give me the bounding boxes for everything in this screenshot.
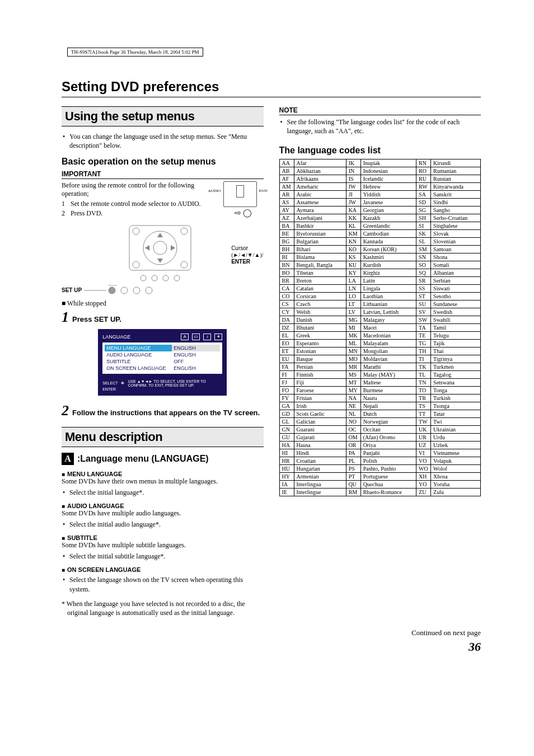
note-text: See the following "The language codes li…	[279, 118, 481, 135]
osd-row: ON SCREEN LANGUAGEENGLISH	[105, 365, 220, 372]
table-row: DZBhutaniMIMaoriTATamil	[279, 324, 481, 332]
svg-marker-3	[157, 233, 163, 237]
pre-step: 2Press DVD.	[62, 209, 223, 218]
osd-row: AUDIO LANGUAGEENGLISH	[105, 351, 220, 358]
book-header: TH-S9S7[A].book Page 36 Thursday, March …	[67, 48, 203, 57]
table-row: ELGreekMKMacedonianTETelugu	[279, 332, 481, 340]
setup-label: SET UP	[62, 287, 82, 293]
svg-point-10	[181, 261, 188, 268]
svg-point-14	[174, 275, 180, 281]
svg-point-18	[133, 287, 140, 294]
svg-point-2	[153, 241, 167, 255]
svg-marker-5	[145, 245, 149, 251]
table-row: AYAymaraKAGeorgianSGSangho	[279, 206, 481, 214]
lang-block: ■MENU LANGUAGESome DVDs have their own m…	[62, 471, 264, 497]
svg-point-9	[133, 261, 139, 268]
table-row: HUHungarianPSPashto, PushtoWOWolof	[279, 465, 481, 473]
remote-dpad-diagram	[124, 224, 196, 286]
svg-point-19	[146, 287, 152, 294]
lang-block: ■ON SCREEN LANGUAGESelect the language s…	[62, 566, 264, 593]
table-row: BOTibetanKYKirghizSQAlbanian	[279, 269, 481, 277]
osd-row: SUBTITLEOFF	[105, 358, 220, 365]
audio-label: AUDIO	[208, 189, 221, 193]
svg-point-12	[152, 275, 157, 281]
table-row: FAPersianMRMarathiTKTurkmen	[279, 363, 481, 371]
pre-step: 1Set the remote control mode selector to…	[62, 199, 223, 208]
using-note: You can change the language used in the …	[62, 132, 264, 150]
before-text: Before using the remote control for the …	[62, 181, 223, 198]
dvd-label: DVD	[259, 189, 267, 193]
continued-text: Continued on next page	[62, 628, 481, 637]
osd-title: LANGUAGE	[102, 334, 130, 340]
table-row: BABashkirKLGreenlandicSISinghalese	[279, 222, 481, 230]
table-row: GNGuaraniOCOccitanUKUkrainian	[279, 426, 481, 434]
table-row: BIBislamaKSKashmiriSNShona	[279, 253, 481, 261]
osd-foot-help: USE ▲▼◄► TO SELECT, USE ENTER TO CONFIRM…	[128, 379, 222, 387]
language-codes-table: AAAfarIKInupiakRNKirundiABAbkhazianINInd…	[279, 159, 481, 496]
table-row: EUBasqueMOMoldavianTITigrinya	[279, 355, 481, 363]
table-row: HYArmenianPTPortugueseXHXhosa	[279, 473, 481, 481]
table-row: FOFaroeseMYBurmeseTOTonga	[279, 387, 481, 395]
table-row: EOEsperantoMLMalayalamTGTajik	[279, 340, 481, 348]
arrow-icon: ⇨ ◯	[223, 208, 264, 218]
table-row: FIFinnishMSMalay (MAY)TLTagalog	[279, 371, 481, 379]
table-row: AMAmeharicIWHebrewRWKinyarwanda	[279, 183, 481, 191]
table-row: FJFijiMTMalteseTNSetswana	[279, 379, 481, 387]
right-column: NOTE See the following "The language cod…	[279, 106, 481, 617]
svg-rect-0	[129, 226, 191, 270]
important-label: IMPORTANT	[62, 170, 264, 179]
step-2-number: 2	[62, 403, 69, 418]
while-stopped: ■ While stopped	[62, 299, 264, 308]
page-title: Setting DVD preferences	[62, 79, 481, 97]
osd-foot-enter: ENTER	[102, 387, 116, 391]
table-row: AFAfrikaansISIcelandicRURussian	[279, 175, 481, 183]
osd-tab-icons: A▭♪✦	[181, 334, 222, 340]
table-row: BHBihariKOKorean (KOR)SMSamoan	[279, 246, 481, 253]
heading-language-menu: A :Language menu (LANGUAGE)	[62, 453, 264, 465]
heading-basic-operation: Basic operation on the setup menus	[62, 157, 264, 167]
left-column: Using the setup menus You can change the…	[62, 106, 264, 617]
table-row: ETEstonianMNMongolianTHThai	[279, 348, 481, 355]
table-row: COCorsicanLOLaothianSTSesotho	[279, 293, 481, 300]
table-row: BEByelorussianKMCambodianSKSlovak	[279, 230, 481, 238]
svg-point-17	[121, 287, 128, 294]
svg-marker-4	[157, 259, 163, 263]
table-row: CACatalanLNLingalaSSSiswati	[279, 285, 481, 293]
note-label: NOTE	[279, 106, 481, 115]
heading-using-setup: Using the setup menus	[62, 106, 264, 126]
table-row: IEInterlingueRMRhaeto-RomanceZUZulu	[279, 489, 481, 496]
remote-bottom-row: SETUP	[84, 285, 174, 296]
svg-marker-6	[171, 245, 175, 251]
table-row: BGBulgarianKNKannadaSLSlovenian	[279, 238, 481, 246]
osd-row: MENU LANGUAGEENGLISH	[105, 345, 220, 351]
table-row: GDScots GaelicNLDutchTTTatar	[279, 410, 481, 418]
table-row: AZAzerbaijaniKKKazakhSHSerbo-Croatian	[279, 214, 481, 222]
svg-point-16	[109, 287, 115, 294]
step-2-text: Follow the instructions that appears on …	[72, 408, 260, 417]
language-icon: A	[62, 453, 74, 465]
svg-point-13	[163, 275, 168, 281]
step-1-text: Press SET UP.	[72, 315, 121, 323]
table-row: GAIrishNENepaliTSTsonga	[279, 402, 481, 410]
svg-text:SETUP: SETUP	[109, 285, 118, 287]
table-row: CSCzechLTLithuanianSUSundanese	[279, 300, 481, 308]
mode-switch-diagram: AUDIO DVD	[223, 181, 257, 207]
table-row: DADanishMGMalagasySWSwahili	[279, 316, 481, 324]
heading-language-codes: The language codes list	[279, 145, 481, 156]
table-row: FYFrisianNANauruTRTurkish	[279, 395, 481, 402]
table-row: ARArabicJIYiddishSASanskrit	[279, 191, 481, 199]
table-row: BRBretonLALatinSRSerbian	[279, 277, 481, 285]
svg-point-8	[181, 228, 188, 234]
osd-screenshot: LANGUAGE A▭♪✦ MENU LANGUAGEENGLISHAUDIO …	[98, 329, 227, 396]
page-number: 36	[62, 640, 481, 654]
remote-cursor-label: Cursor (►/◄/▼/▲)/ ENTER	[231, 245, 263, 265]
svg-point-11	[140, 275, 146, 281]
table-row: HIHindiPAPanjabiVIVietnamese	[279, 449, 481, 457]
heading-menu-description: Menu description	[62, 427, 264, 447]
osd-foot-select: SELECT	[102, 381, 118, 385]
table-row: GLGalicianNONorwegianTWTwi	[279, 418, 481, 426]
svg-point-7	[133, 228, 139, 234]
table-row: HRCroatianPLPolishVOVolapuk	[279, 457, 481, 465]
table-row: BNBengali, BanglaKUKurdishSOSomali	[279, 261, 481, 269]
step-1-number: 1	[62, 310, 69, 325]
